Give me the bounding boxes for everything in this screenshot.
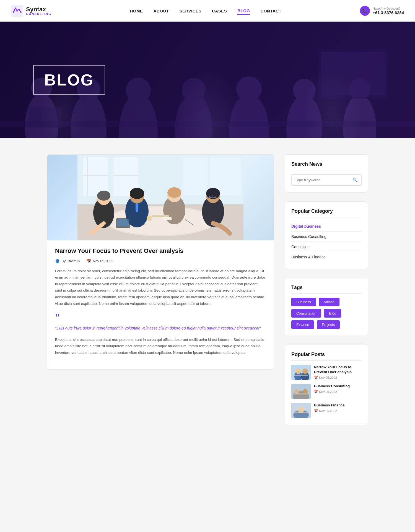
search-icon: 🔍 [352,178,358,182]
popular-post-thumb-2 [291,384,311,399]
tag-projects[interactable]: Projects [317,320,340,329]
popular-post-info-3: Business Finance 📅 Nov 05,2022 [314,403,362,413]
popular-post-title-1: Narrow Your Focus to Prevent Over analys… [314,365,362,375]
popular-post-info-2: Business Consulting 📅 Nov 05,2022 [314,384,362,394]
logo-icon [11,5,23,17]
search-row: 🔍 [291,174,362,186]
svg-rect-70 [294,412,308,413]
svg-point-60 [302,368,308,374]
contact-label: Have Any Question? [373,7,404,10]
nav-services[interactable]: SERVICES [179,7,201,14]
popular-category-card: Popular Category Digital business Busine… [285,201,368,269]
popular-post-thumbnail-1 [291,365,311,380]
popular-post-item-1[interactable]: Narrow Your Focus to Prevent Over analys… [291,365,362,380]
calendar-icon-2: 📅 [314,390,318,394]
article-featured-image [47,155,274,240]
contact-phone[interactable]: +61 3 8376 6284 [373,10,404,15]
nav-contact[interactable]: CONTACT [261,7,282,14]
search-news-title: Search News [291,161,362,170]
svg-rect-61 [294,375,308,376]
hero-content: BLOG [0,65,105,95]
popular-post-date-3: 📅 Nov 05,2022 [314,409,362,413]
popular-posts-title: Popular Posts [291,352,362,361]
popular-post-thumb-3 [291,403,311,418]
calendar-icon-1: 📅 [314,376,318,380]
article-card: Narrow Your Focus to Prevent Over analys… [47,154,274,370]
svg-point-65 [303,389,308,394]
tags-card: Tags Business Advice Consultation Blog F… [285,278,368,336]
popular-post-item-2[interactable]: Business Consulting 📅 Nov 05,2022 [291,384,362,399]
popular-post-thumbnail-2 [291,384,311,399]
svg-rect-55 [77,155,243,240]
svg-point-13 [293,79,316,102]
tag-blog[interactable]: Blog [324,309,341,318]
svg-point-7 [126,78,151,103]
main-content: Narrow Your Focus to Prevent Over analys… [42,154,374,425]
popular-post-title-3: Business Finance [314,403,362,408]
author-icon: 👤 [55,259,60,263]
article-date: 📅 Nov 05,2022 [86,259,113,263]
search-input[interactable] [292,175,349,185]
calendar-icon-3: 📅 [314,409,318,413]
meeting-illustration [47,155,274,240]
hero-title-box: BLOG [33,65,105,95]
svg-point-1 [16,10,18,12]
article-quote: " "Duis aute irure dolor in reprehenderi… [55,312,266,331]
tag-business[interactable]: Business [291,298,316,306]
category-item-business-consulting[interactable]: Business Consulting [291,232,362,242]
article-column: Narrow Your Focus to Prevent Over analys… [47,154,274,425]
header-contact-area: 📞 Have Any Question? +61 3 8376 6284 [360,6,404,16]
date-icon: 📅 [86,259,91,263]
popular-post-title-2: Business Consulting [314,384,362,389]
article-author: 👤 By : Admin [55,259,80,263]
article-body-text-1: Lorem ipsum dolor sit amet, consectetur … [55,268,266,307]
article-body-text-2: Excepteur sint occaecat cupidatat non pr… [55,336,266,356]
svg-point-14 [343,95,376,138]
svg-rect-66 [293,393,309,395]
category-item-digital-business[interactable]: Digital business [291,221,362,232]
nav-blog[interactable]: BLOG [237,7,250,15]
sidebar: Search News 🔍 Popular Category Digital b… [285,154,368,425]
author-label: By : Admin [61,259,80,263]
hero-title: BLOG [44,71,94,89]
svg-rect-16 [0,121,415,127]
tags-wrap: Business Advice Consultation Blog Financ… [291,298,362,329]
quote-mark-icon: " [55,312,266,324]
hero-section: BLOG [0,22,415,138]
phone-icon: 📞 [360,6,370,16]
popular-post-date-2: 📅 Nov 05,2022 [314,390,362,394]
tag-consultation[interactable]: Consultation [291,309,321,318]
category-item-business-finance[interactable]: Business & Finance [291,252,362,262]
tag-advice[interactable]: Advice [319,298,339,306]
popular-post-thumbnail-3 [291,403,311,418]
tags-title: Tags [291,285,362,294]
logo-sub: CONSULTING [26,12,51,15]
nav-about[interactable]: ABOUT [154,7,169,14]
popular-post-thumb-1 [291,365,311,380]
svg-point-69 [298,407,304,413]
popular-post-date-1: 📅 Nov 05,2022 [314,376,362,380]
tag-finance[interactable]: Finance [291,320,314,329]
article-body: Narrow Your Focus to Prevent Over analys… [47,240,274,356]
svg-point-11 [236,76,262,102]
logo[interactable]: Syntax CONSULTING [11,5,51,17]
date-value: Nov 05,2022 [93,259,113,263]
category-item-consulting[interactable]: Consulting [291,242,362,252]
main-nav: HOME ABOUT SERVICES CASES BLOG CONTACT [130,7,282,15]
svg-rect-18 [321,52,385,95]
popular-category-title: Popular Category [291,208,362,217]
article-meta: 👤 By : Admin 📅 Nov 05,2022 [55,259,266,263]
category-list: Digital business Business Consulting Con… [291,221,362,262]
popular-posts-card: Popular Posts Narrow Your Focus to Preve… [285,345,368,425]
article-title: Narrow Your Focus to Prevent Over analys… [55,247,266,255]
svg-point-64 [294,389,299,394]
nav-home[interactable]: HOME [130,7,143,14]
svg-point-58 [295,368,301,374]
search-news-card: Search News 🔍 [285,154,368,193]
popular-post-info-1: Narrow Your Focus to Prevent Over analys… [314,365,362,380]
header: Syntax CONSULTING HOME ABOUT SERVICES CA… [0,0,415,22]
svg-point-9 [182,78,206,102]
nav-cases[interactable]: CASES [212,7,227,14]
popular-post-item-3[interactable]: Business Finance 📅 Nov 05,2022 [291,403,362,418]
search-button[interactable]: 🔍 [349,175,361,185]
